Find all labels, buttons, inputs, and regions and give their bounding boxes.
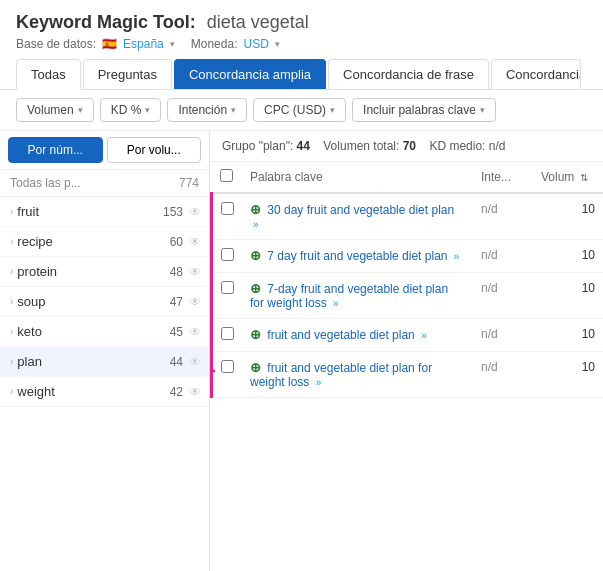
row-intent-3: n/d bbox=[473, 273, 533, 319]
arrow-icon: » bbox=[253, 219, 259, 230]
db-label: Base de datos: bbox=[16, 37, 96, 51]
table-row: ⊕ fruit and vegetable diet plan » n/d 10 bbox=[212, 319, 604, 352]
row-intent-5: n/d bbox=[473, 352, 533, 398]
select-all-checkbox[interactable] bbox=[220, 169, 233, 182]
eye-icon-weight[interactable]: 👁 bbox=[189, 385, 201, 399]
sidebar-count-fruit: 153 bbox=[163, 205, 183, 219]
kd-chevron: ▾ bbox=[145, 105, 150, 115]
row-checkbox-1[interactable] bbox=[212, 193, 243, 240]
country-chevron[interactable]: ▾ bbox=[170, 39, 175, 49]
keyword-link-5[interactable]: fruit and vegetable diet plan for weight… bbox=[250, 361, 432, 389]
sidebar-header: Por núm... Por volu... bbox=[0, 131, 209, 170]
chevron-right-icon: › bbox=[10, 266, 13, 277]
sidebar-label-plan: plan bbox=[17, 354, 169, 369]
country-link[interactable]: España bbox=[123, 37, 164, 51]
eye-icon-keto[interactable]: 👁 bbox=[189, 325, 201, 339]
sidebar-count-plan: 44 bbox=[170, 355, 183, 369]
plus-icon: ⊕ bbox=[250, 360, 261, 375]
row-checkbox-2[interactable] bbox=[212, 240, 243, 273]
volume-total: 70 bbox=[403, 139, 416, 153]
sidebar-btn-volumen[interactable]: Por volu... bbox=[107, 137, 202, 163]
tab-concordancia-amplia[interactable]: Concordancia amplia bbox=[174, 59, 326, 89]
row-volume-2: 10 bbox=[533, 240, 603, 273]
arrow-icon: » bbox=[333, 298, 339, 309]
table-row: ⊕ fruit and vegetable diet plan for weig… bbox=[212, 352, 604, 398]
filter-volumen[interactable]: Volumen ▾ bbox=[16, 98, 94, 122]
sidebar-label-protein: protein bbox=[17, 264, 169, 279]
sidebar-item-soup[interactable]: › soup 47 👁 bbox=[0, 287, 209, 317]
sidebar: Por núm... Por volu... Todas las p... 77… bbox=[0, 131, 210, 571]
chevron-right-icon: › bbox=[10, 296, 13, 307]
sidebar-all-count: 774 bbox=[179, 176, 199, 190]
sidebar-item-keto[interactable]: › keto 45 👁 bbox=[0, 317, 209, 347]
sidebar-item-recipe[interactable]: › recipe 60 👁 bbox=[0, 227, 209, 257]
chevron-right-icon: › bbox=[10, 206, 13, 217]
chevron-right-icon: › bbox=[10, 386, 13, 397]
eye-icon-protein[interactable]: 👁 bbox=[189, 265, 201, 279]
sidebar-item-fruit[interactable]: › fruit 153 👁 bbox=[0, 197, 209, 227]
filter-cpc[interactable]: CPC (USD) ▾ bbox=[253, 98, 346, 122]
sidebar-all-row[interactable]: Todas las p... 774 bbox=[0, 170, 209, 197]
sidebar-count-keto: 45 bbox=[170, 325, 183, 339]
volumen-chevron: ▾ bbox=[78, 105, 83, 115]
arrow-icon: » bbox=[316, 377, 322, 388]
filter-bar: Volumen ▾ KD % ▾ Intención ▾ CPC (USD) ▾… bbox=[0, 90, 603, 131]
eye-icon-fruit[interactable]: 👁 bbox=[189, 205, 201, 219]
tab-bar: Todas Preguntas Concordancia amplia Conc… bbox=[0, 59, 603, 90]
incluir-chevron: ▾ bbox=[480, 105, 485, 115]
sidebar-item-protein[interactable]: › protein 48 👁 bbox=[0, 257, 209, 287]
filter-kd[interactable]: KD % ▾ bbox=[100, 98, 162, 122]
row-checkbox-3[interactable] bbox=[212, 273, 243, 319]
sidebar-all-label: Todas las p... bbox=[10, 176, 81, 190]
volume-label: Volumen total: bbox=[323, 139, 399, 153]
eye-icon-recipe[interactable]: 👁 bbox=[189, 235, 201, 249]
chevron-right-icon: › bbox=[10, 236, 13, 247]
row-volume-5: 10 bbox=[533, 352, 603, 398]
chevron-right-icon: › bbox=[10, 326, 13, 337]
row-keyword-2: ⊕ 7 day fruit and vegetable diet plan » bbox=[242, 240, 473, 273]
sidebar-btn-numero[interactable]: Por núm... bbox=[8, 137, 103, 163]
keywords-table: Palabra clave Inte... Volum ⇅ ⊕ bbox=[210, 162, 603, 398]
table-row: ⊕ 30 day fruit and vegetable diet plan »… bbox=[212, 193, 604, 240]
group-count: 44 bbox=[297, 139, 310, 153]
keyword-link-2[interactable]: 7 day fruit and vegetable diet plan bbox=[267, 249, 447, 263]
eye-icon-soup[interactable]: 👁 bbox=[189, 295, 201, 309]
row-keyword-1: ⊕ 30 day fruit and vegetable diet plan » bbox=[242, 193, 473, 240]
col-keyword: Palabra clave bbox=[242, 162, 473, 193]
header: Keyword Magic Tool: dieta vegetal Base d… bbox=[0, 0, 603, 59]
row-checkbox-5[interactable] bbox=[212, 352, 243, 398]
keyword-link-4[interactable]: fruit and vegetable diet plan bbox=[267, 328, 414, 342]
cpc-chevron: ▾ bbox=[330, 105, 335, 115]
row-keyword-4: ⊕ fruit and vegetable diet plan » bbox=[242, 319, 473, 352]
keyword-value: dieta vegetal bbox=[207, 12, 309, 32]
keyword-link-3[interactable]: 7-day fruit and vegetable diet plan for … bbox=[250, 282, 448, 310]
row-intent-4: n/d bbox=[473, 319, 533, 352]
sidebar-item-weight[interactable]: › weight 42 👁 bbox=[0, 377, 209, 407]
main-area: Por núm... Por volu... Todas las p... 77… bbox=[0, 131, 603, 571]
row-checkbox-4[interactable] bbox=[212, 319, 243, 352]
col-checkbox bbox=[212, 162, 243, 193]
sidebar-item-plan[interactable]: › plan 44 👁 bbox=[0, 347, 209, 377]
plus-icon: ⊕ bbox=[250, 281, 261, 296]
filter-intencion[interactable]: Intención ▾ bbox=[167, 98, 247, 122]
flag-icon: 🇪🇸 bbox=[102, 37, 117, 51]
sidebar-label-weight: weight bbox=[17, 384, 169, 399]
eye-icon-plan[interactable]: 👁 bbox=[189, 355, 201, 369]
intencion-chevron: ▾ bbox=[231, 105, 236, 115]
tab-concordancia-frase[interactable]: Concordancia de frase bbox=[328, 59, 489, 89]
currency-value[interactable]: USD bbox=[243, 37, 268, 51]
tab-preguntas[interactable]: Preguntas bbox=[83, 59, 172, 89]
sidebar-label-recipe: recipe bbox=[17, 234, 169, 249]
tab-todas[interactable]: Todas bbox=[16, 59, 81, 90]
col-volume[interactable]: Volum ⇅ bbox=[533, 162, 603, 193]
plus-icon: ⊕ bbox=[250, 327, 261, 342]
tab-concordancia-ex[interactable]: Concordancia ex bbox=[491, 59, 581, 89]
currency-chevron[interactable]: ▾ bbox=[275, 39, 280, 49]
plus-icon: ⊕ bbox=[250, 248, 261, 263]
row-keyword-5: ⊕ fruit and vegetable diet plan for weig… bbox=[242, 352, 473, 398]
content-area: Grupo "plan": 44 Volumen total: 70 KD me… bbox=[210, 131, 603, 571]
keyword-link-1[interactable]: 30 day fruit and vegetable diet plan bbox=[267, 203, 454, 217]
sidebar-count-soup: 47 bbox=[170, 295, 183, 309]
row-keyword-3: ⊕ 7-day fruit and vegetable diet plan fo… bbox=[242, 273, 473, 319]
filter-incluir[interactable]: Incluir palabras clave ▾ bbox=[352, 98, 496, 122]
